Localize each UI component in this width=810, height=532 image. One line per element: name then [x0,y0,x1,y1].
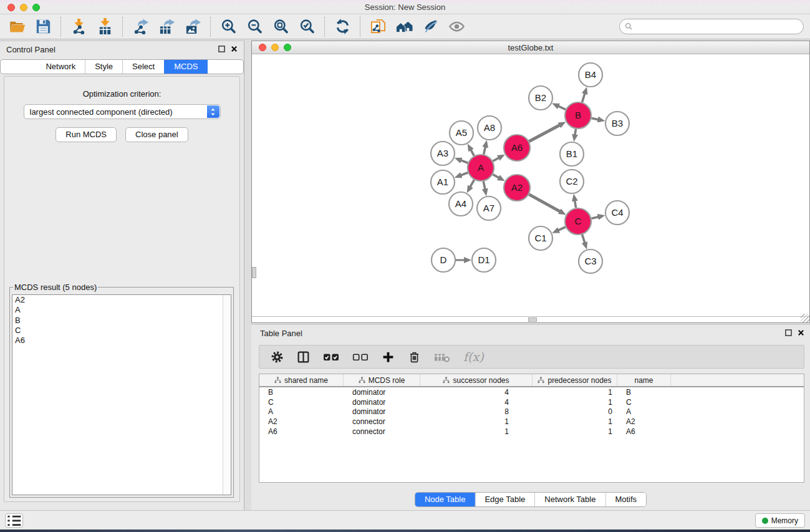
tab-style[interactable]: Style [85,60,122,74]
table-cell[interactable]: A6 [617,427,671,436]
network-graph[interactable]: B4B2BB3A8A5A6A3B1AA1C2A2A4A7C4CC1C3DD1 [252,54,809,317]
graph-edge-B-B1[interactable] [575,129,576,136]
network-window-titlebar[interactable]: testGlobe.txt [252,41,809,54]
import-network-button[interactable] [65,16,92,38]
graph-edge-B-B2[interactable] [557,106,566,110]
graph-node-D1[interactable]: D1 [472,248,496,272]
graph-node-D[interactable]: D [432,248,455,272]
float-table-panel-icon[interactable] [785,329,792,338]
close-table-panel-icon[interactable] [798,329,804,338]
zoom-selected-button[interactable] [294,16,320,38]
close-panel-icon[interactable] [231,45,238,54]
export-image-button[interactable] [180,16,206,38]
graph-node-C[interactable]: C [565,208,591,235]
graph-node-C2[interactable]: C2 [560,170,584,193]
table-cell[interactable]: B [617,388,671,397]
refresh-button[interactable] [329,16,355,38]
graph-node-C3[interactable]: C3 [579,249,602,273]
zoom-out-button[interactable] [241,16,268,38]
graph-edge-A-A5[interactable] [471,149,475,156]
vertical-scroll-thumb[interactable] [252,267,256,278]
import-table-button[interactable] [92,16,118,38]
optimization-criterion-select[interactable]: largest connected component (directed) [24,104,221,119]
show-graphics-details-button[interactable] [417,16,443,38]
network-minimize-icon[interactable] [271,44,279,51]
graph-edge-A-A6[interactable] [493,158,499,162]
graph-node-B3[interactable]: B3 [605,112,629,135]
mcds-result-item[interactable]: A2 [12,295,231,305]
search-input[interactable] [633,21,803,33]
export-table-button[interactable] [153,16,180,38]
close-panel-button[interactable]: Close panel [125,127,188,142]
table-cell[interactable]: 1 [533,417,617,426]
table-cell[interactable]: A [259,407,344,416]
graph-node-A[interactable]: A [468,155,494,181]
zoom-window-icon[interactable] [32,4,40,11]
open-button[interactable] [4,16,30,38]
new-network-from-selection-button[interactable] [365,16,391,38]
table-cell[interactable]: B [259,388,344,397]
table-cell[interactable]: 4 [420,398,533,407]
table-row[interactable]: Cdominator41C [259,397,804,407]
table-cell[interactable]: 1 [420,427,533,436]
graph-node-B4[interactable]: B4 [579,63,602,87]
table-cell[interactable]: 1 [533,388,617,397]
tab-network-table[interactable]: Network Table [534,493,605,506]
graph-node-A8[interactable]: A8 [478,116,501,140]
tab-edge-table[interactable]: Edge Table [475,493,534,506]
tab-motifs[interactable]: Motifs [605,493,646,506]
graph-edge-C-C2[interactable] [575,200,576,208]
graph-edge-B-B3[interactable] [592,118,599,120]
graph-node-B2[interactable]: B2 [529,86,552,110]
graph-node-A1[interactable]: A1 [431,170,455,194]
horizontal-scroll-thumb[interactable] [528,317,537,322]
tab-mcds[interactable]: MCDS [164,60,207,74]
table-cell[interactable]: connector [344,427,420,436]
graph-node-B1[interactable]: B1 [560,142,584,166]
graph-edge-A2-C[interactable] [529,195,561,212]
table-cell[interactable]: 0 [533,407,617,416]
network-close-icon[interactable] [259,44,266,51]
graph-edge-A-A2[interactable] [493,175,499,178]
column-header-name[interactable]: name [617,374,671,386]
first-neighbors-button[interactable] [391,16,417,38]
table-cell[interactable]: C [617,398,671,407]
deselect-all-button[interactable] [352,351,369,364]
graph-node-A3[interactable]: A3 [431,142,455,165]
table-cell[interactable]: dominator [344,407,420,416]
table-row[interactable]: Bdominator41B [259,387,804,397]
graph-node-C1[interactable]: C1 [529,226,552,250]
table-cell[interactable]: 1 [420,417,533,426]
save-button[interactable] [30,16,56,38]
add-button[interactable] [382,351,395,364]
hide-graphics-details-button[interactable] [443,16,470,38]
graph-edge-B-B4[interactable] [582,93,586,102]
graph-edge-A-A8[interactable] [484,146,486,154]
graph-edge-A-A1[interactable] [460,173,468,176]
resize-grip[interactable] [801,314,809,322]
table-cell[interactable]: A [617,407,671,416]
graph-edge-A-A4[interactable] [470,180,475,187]
graph-edge-A-A7[interactable] [483,181,485,190]
network-canvas[interactable]: B4B2BB3A8A5A6A3B1AA1C2A2A4A7C4CC1C3DD1 [252,54,809,317]
close-window-icon[interactable] [7,4,15,11]
tab-node-table[interactable]: Node Table [415,493,475,506]
graph-node-A7[interactable]: A7 [477,196,501,220]
mcds-result-list[interactable]: A2ABCA6 [12,294,231,495]
mcds-result-item[interactable]: C [12,326,231,336]
graph-node-A6[interactable]: A6 [504,135,530,161]
task-history-button[interactable] [5,513,23,528]
column-header-MCDS-role[interactable]: MCDS role [344,374,420,386]
export-network-button[interactable] [127,16,153,38]
table-cell[interactable]: dominator [344,398,420,407]
zoom-fit-button[interactable] [268,16,294,38]
mcds-result-item[interactable]: B [12,316,231,326]
run-mcds-button[interactable]: Run MCDS [55,127,117,142]
table-row[interactable]: Adominator80A [259,407,804,417]
graph-edge-C-C1[interactable] [557,227,566,231]
column-header-successor-nodes[interactable]: successor nodes [420,374,533,386]
table-cell[interactable]: 8 [420,407,533,416]
column-pane-button[interactable] [297,351,310,364]
table-cell[interactable]: connector [344,417,420,426]
settings-button[interactable] [271,351,284,364]
